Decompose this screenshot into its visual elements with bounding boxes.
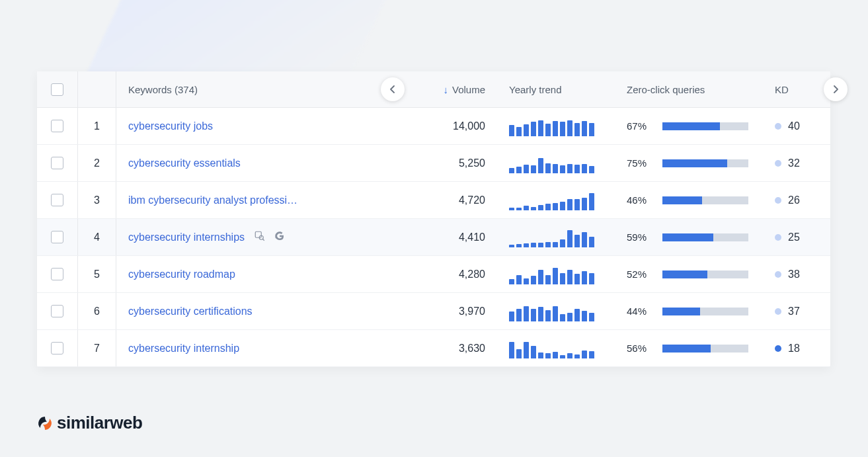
sort-descending-icon: ↓ (443, 84, 448, 95)
volume-value: 3,630 (459, 343, 485, 354)
rank-cell: 2 (78, 145, 116, 181)
kd-value: 32 (788, 157, 800, 169)
scroll-right-button[interactable] (824, 77, 848, 101)
kd-difficulty-dot (775, 345, 781, 352)
kd-difficulty-dot (775, 234, 781, 241)
volume-value: 4,410 (459, 231, 485, 243)
row-checkbox-cell (37, 145, 78, 181)
volume-value: 5,250 (459, 157, 485, 169)
zero-click-cell: 44% (615, 293, 767, 329)
trend-cell (497, 330, 615, 366)
row-checkbox[interactable] (51, 157, 63, 169)
trend-sparkline (509, 265, 594, 284)
volume-cell: 4,720 (393, 182, 497, 218)
trend-cell (497, 219, 615, 255)
keywords-header[interactable]: Keywords (374) (116, 71, 393, 107)
chevron-left-icon (389, 85, 397, 93)
rank-number: 5 (94, 269, 100, 280)
kd-cell: 26 (767, 182, 830, 218)
table-header: Keywords (374) ↓ Volume Yearly trend Zer… (37, 71, 830, 108)
trend-sparkline (509, 339, 594, 358)
brand-logo: similarweb (37, 413, 142, 433)
kd-value: 40 (788, 120, 800, 132)
row-checkbox-cell (37, 256, 78, 292)
rank-cell: 4 (78, 219, 116, 255)
keyword-cell: cybersecurity roadmap (116, 256, 393, 292)
trend-cell (497, 145, 615, 181)
trend-cell (497, 293, 615, 329)
brand-name: similarweb (57, 413, 142, 433)
row-checkbox[interactable] (51, 305, 63, 317)
scroll-left-button[interactable] (381, 77, 405, 101)
table-row[interactable]: 7cybersecurity internship3,63056%18 (37, 330, 830, 367)
row-checkbox[interactable] (51, 268, 63, 280)
rank-number: 3 (94, 194, 100, 206)
row-checkbox[interactable] (51, 194, 63, 206)
zero-click-percent: 75% (627, 157, 653, 169)
zero-click-cell: 52% (615, 256, 767, 292)
trend-header[interactable]: Yearly trend (497, 71, 615, 107)
zero-click-header[interactable]: Zero-click queries (615, 71, 767, 107)
table-row[interactable]: 4cybersecurity internships4,41059%25 (37, 219, 830, 256)
google-search-icon[interactable] (274, 230, 286, 245)
keyword-link[interactable]: ibm cybersecurity analyst professi… (128, 194, 297, 206)
keyword-link[interactable]: cybersecurity internship (128, 343, 239, 354)
keyword-cell: cybersecurity certifications (116, 293, 393, 329)
keyword-link[interactable]: cybersecurity essentials (128, 157, 241, 169)
zero-click-cell: 56% (615, 330, 767, 366)
kd-cell: 40 (767, 108, 830, 144)
zero-click-bar (662, 159, 748, 167)
zero-click-bar (662, 122, 748, 130)
zero-click-cell: 46% (615, 182, 767, 218)
volume-header[interactable]: ↓ Volume (393, 71, 497, 107)
keyword-cell: cybersecurity internship (116, 330, 393, 366)
table-row[interactable]: 2cybersecurity essentials5,25075%32 (37, 145, 830, 182)
rank-header (78, 71, 116, 107)
rank-number: 6 (94, 306, 100, 317)
zero-click-bar (662, 196, 748, 204)
row-checkbox-cell (37, 330, 78, 366)
serp-analysis-icon[interactable] (254, 230, 266, 245)
kd-cell: 18 (767, 330, 830, 366)
table-row[interactable]: 6cybersecurity certifications3,97044%37 (37, 293, 830, 330)
zero-click-bar (662, 270, 748, 278)
row-checkbox[interactable] (51, 231, 63, 243)
keyword-cell: cybersecurity internships (116, 219, 393, 255)
table-row[interactable]: 1cybersecurity jobs14,00067%40 (37, 108, 830, 145)
chevron-right-icon (832, 85, 840, 93)
volume-cell: 14,000 (393, 108, 497, 144)
keyword-actions (254, 230, 286, 245)
table-row[interactable]: 3ibm cybersecurity analyst professi…4,72… (37, 182, 830, 219)
rank-cell: 3 (78, 182, 116, 218)
keyword-link[interactable]: cybersecurity certifications (128, 306, 253, 317)
keyword-link[interactable]: cybersecurity internships (128, 231, 245, 243)
row-checkbox-cell (37, 293, 78, 329)
kd-value: 37 (788, 306, 800, 317)
row-checkbox[interactable] (51, 120, 63, 132)
zero-click-percent: 44% (627, 306, 653, 317)
row-checkbox[interactable] (51, 342, 63, 354)
select-all-checkbox[interactable] (51, 83, 63, 96)
kd-header[interactable]: KD (767, 71, 830, 107)
volume-value: 14,000 (453, 120, 485, 132)
kd-value: 38 (788, 269, 800, 280)
keyword-link[interactable]: cybersecurity roadmap (128, 269, 235, 280)
select-all-cell (37, 71, 78, 107)
rank-cell: 6 (78, 293, 116, 329)
zero-click-percent: 46% (627, 194, 653, 206)
rank-cell: 7 (78, 330, 116, 366)
kd-difficulty-dot (775, 123, 781, 130)
rank-cell: 5 (78, 256, 116, 292)
kd-value: 25 (788, 231, 800, 243)
row-checkbox-cell (37, 219, 78, 255)
trend-sparkline (509, 153, 594, 173)
keyword-link[interactable]: cybersecurity jobs (128, 120, 213, 132)
volume-value: 4,720 (459, 194, 485, 206)
row-checkbox-cell (37, 182, 78, 218)
volume-cell: 4,410 (393, 219, 497, 255)
zero-click-header-label: Zero-click queries (627, 84, 705, 95)
rank-number: 1 (94, 120, 100, 132)
table-row[interactable]: 5cybersecurity roadmap4,28052%38 (37, 256, 830, 293)
trend-sparkline (509, 228, 594, 247)
kd-difficulty-dot (775, 308, 781, 315)
